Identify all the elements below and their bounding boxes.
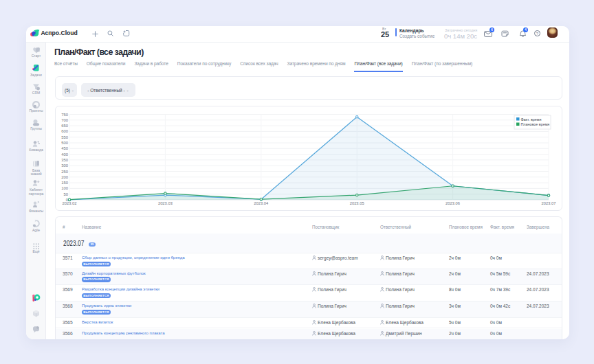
svg-text:750: 750 <box>61 113 68 117</box>
svg-text:Плановое время: Плановое время <box>521 122 550 126</box>
svg-text:700: 700 <box>61 118 68 122</box>
svg-text:200: 200 <box>61 175 68 179</box>
svg-text:550: 550 <box>61 135 68 139</box>
svg-text:650: 650 <box>61 124 68 128</box>
svg-text:300: 300 <box>61 163 68 168</box>
svg-text:2023.04: 2023.04 <box>254 201 269 205</box>
svg-text:50: 50 <box>64 192 68 196</box>
svg-text:2023.06: 2023.06 <box>446 201 460 205</box>
svg-text:500: 500 <box>61 141 68 145</box>
svg-text:2023.02: 2023.02 <box>63 201 77 205</box>
svg-text:250: 250 <box>61 170 68 174</box>
svg-text:150: 150 <box>61 181 68 185</box>
svg-text:400: 400 <box>61 152 68 157</box>
svg-text:2023.07: 2023.07 <box>542 201 556 205</box>
svg-text:100: 100 <box>61 186 68 190</box>
svg-text:450: 450 <box>61 146 68 150</box>
svg-text:2023.05: 2023.05 <box>350 201 364 205</box>
svg-text:2023.03: 2023.03 <box>158 201 173 205</box>
svg-text:350: 350 <box>61 158 68 162</box>
svg-text:Факт. время: Факт. время <box>521 117 542 122</box>
svg-text:600: 600 <box>61 129 68 133</box>
